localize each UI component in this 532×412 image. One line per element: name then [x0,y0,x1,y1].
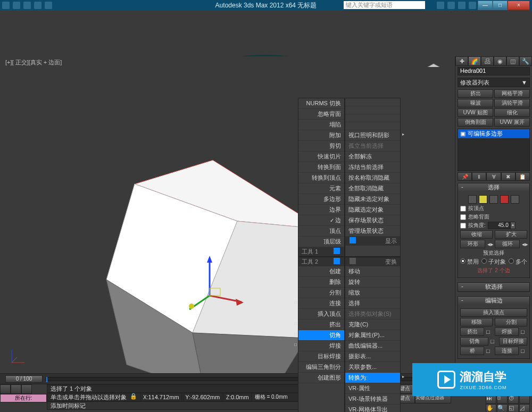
mini-script-icon[interactable] [0,384,11,394]
coord-y[interactable]: Y:-92.602mm [183,393,223,401]
qm-objprops[interactable]: 对象属性(P)... [345,330,400,341]
close-button[interactable]: × [508,1,530,10]
qm-cut[interactable]: 剪切 [298,141,344,152]
quick-access[interactable] [2,2,52,9]
subobj-vertex-icon[interactable] [468,195,477,204]
qm-weld[interactable]: □焊接 [298,341,344,351]
qm-hide-unsel[interactable]: 隐藏未选定对象 [345,194,400,205]
cmd-tab-display[interactable]: ◫ [506,56,519,66]
qm-curveed[interactable]: 曲线编辑器... [345,341,400,351]
stack-show-icon[interactable]: Ⅱ [472,172,486,181]
lock-selection-icon[interactable]: 🔒 [130,393,139,401]
stack-unique-icon[interactable]: ∀ [486,172,501,181]
qm-border[interactable]: 边界 [298,205,344,215]
qm-poly[interactable]: 多边形 [298,194,344,205]
qm-edittri[interactable]: 编辑三角剖分 [298,362,344,373]
qm-select[interactable]: 选择 [345,298,400,309]
mini-listener-icon[interactable] [11,384,21,394]
cmd-tab-motion[interactable]: ◉ [494,56,506,66]
stack-config-icon[interactable]: 📋 [516,172,530,181]
qm-createshape[interactable]: 创建图形 [298,373,344,383]
btn-chamfer2[interactable]: 切角 [460,337,488,346]
qm-nurms[interactable]: NURMS 切换 [298,98,344,109]
qm-move[interactable]: 移动 [345,266,400,277]
qm-tovert[interactable]: 转换到顶点 [298,173,344,183]
qm-edge[interactable]: ✓边 [298,215,344,226]
qm-convertto[interactable]: ▸转换为: [345,373,400,383]
subobj-edge-icon[interactable] [479,195,487,204]
chk-byangle[interactable] [460,223,466,229]
minimize-button[interactable]: — [478,1,493,10]
qm-hide-sel[interactable]: 隐藏选定对象 [345,205,400,215]
quickmod-turbo[interactable]: 涡轮平滑 [494,99,530,107]
btn-ring[interactable]: 环形 [460,240,485,248]
qm-unfreeze[interactable]: 全部解冻 [345,152,400,162]
btn-loop[interactable]: 循环 [495,240,520,248]
quickmod-unwrap[interactable]: UVW 展开 [494,118,530,127]
modifier-stack[interactable]: ▣可编辑多边形 [458,129,530,171]
signin-icon[interactable] [458,2,466,9]
cmd-tab-utilities[interactable]: 🔧 [519,56,532,66]
qm-delete[interactable]: 删除 [298,277,344,288]
chk-byvertex[interactable] [460,206,466,212]
cmd-tab-hierarchy[interactable]: 品 [481,56,494,66]
qm-top[interactable]: 顶层级 [298,237,344,247]
time-tag-field[interactable]: 添加时间标记 [51,402,86,410]
quickmod-meshsmooth[interactable]: 网格平滑 [494,89,530,98]
infocenter-icon[interactable] [437,2,444,9]
frame-slider[interactable]: 0 / 100 [5,375,43,383]
coord-z[interactable]: Z:0.0mm [223,393,252,401]
stack-editable-poly[interactable]: ▣可编辑多边形 [458,129,529,138]
quickmod-extrude[interactable]: 挤出 [458,89,493,98]
qm-isolate[interactable]: 孤立当前选择 [345,141,400,152]
stack-pin-icon[interactable]: 📌 [458,172,472,181]
qm-connect[interactable]: □连接 [298,298,344,309]
qm-element[interactable]: 元素 [298,183,344,194]
btn-connect2[interactable]: 连接 [495,347,519,355]
qa-open-icon[interactable] [13,2,20,9]
qm-rotate[interactable]: 旋转 [345,277,400,288]
btn-grow[interactable]: 扩大 [495,230,527,239]
qm-dopesheet[interactable]: 摄影表... [345,351,400,362]
qm-vr-scconv[interactable]: VR-场景转换器 [345,394,400,405]
qm-unhide-all[interactable]: 全部取消隐藏 [345,183,400,194]
viewport-label[interactable]: [+][ 正交][真实 + 边面] [5,58,62,66]
qm-extrude[interactable]: □挤出 [298,319,344,330]
radio-disable[interactable] [460,258,466,264]
qm-scale[interactable]: 缩放 [345,288,400,298]
quickmod-noise[interactable]: 噪波 [458,99,493,107]
qm-quickslice[interactable]: 快速切片 [298,152,344,162]
qa-save-icon[interactable] [23,2,31,9]
qm-vr-meshexp[interactable]: VR-网格体导出 [345,405,400,412]
btn-split2[interactable]: 分割 [495,318,527,326]
qm-toface[interactable]: 转换到面 [298,162,344,173]
listener-line-label[interactable]: 所在行: [0,394,47,402]
btn-remove[interactable]: 移除 [460,318,493,326]
qm-chamfer[interactable]: □切角 [298,330,344,341]
qm-attach[interactable]: 附加 [298,130,344,141]
chk-ignorebf[interactable] [460,214,466,220]
qm-create[interactable]: 创建 [298,266,344,277]
zoom-ext-icon[interactable]: ◱ [508,404,519,412]
qm-freeze[interactable]: 冻结当前选择 [345,162,400,173]
radio-multi[interactable] [509,258,514,264]
qm-ignorebf[interactable]: 忽略背面 [298,109,344,120]
radio-subobj[interactable] [481,258,487,264]
object-name-field[interactable]: Hedra001 [458,67,530,75]
angle-spinner[interactable]: 45.0 [488,222,510,229]
qm-manage-state[interactable]: 管理场景状态 [345,226,400,237]
cmd-tab-create[interactable]: ✚ [455,56,468,66]
btn-shrink[interactable]: 收缩 [460,230,493,239]
btn-insert-vertex[interactable]: 插入顶点 [460,308,527,317]
qm-wireparams[interactable]: 关联参数... [345,362,400,373]
qm-lighting[interactable]: ▸视口照明和阴影 [345,130,400,141]
btn-bridge[interactable]: 桥 [460,347,484,355]
qm-collapse[interactable]: 塌陷 [298,120,344,130]
qm-clone[interactable]: 克隆(C) [345,319,400,330]
btn-extrude2[interactable]: 挤出 [460,327,484,336]
stack-remove-icon[interactable]: ✖ [501,172,516,181]
maximize-button[interactable]: □ [493,1,508,10]
qm-vr-props[interactable]: VR-属性 [345,383,400,394]
quickmod-tess[interactable]: 细化 [494,108,530,117]
qm-vertex[interactable]: 顶点 [298,226,344,237]
